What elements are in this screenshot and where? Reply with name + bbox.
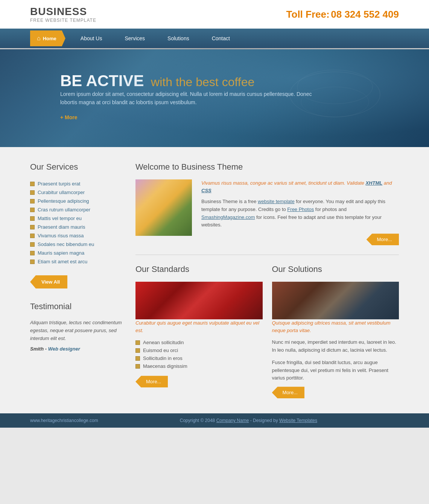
list-item: Cras rutrum ullamcorper — [30, 205, 124, 214]
standards-section: Our Standards Curabitur quis augue eget … — [135, 264, 263, 398]
right-column: Welcome to Business Theme Vivamus risus … — [135, 162, 399, 398]
hero-banner: BE ACTIVE with the best coffee Lorem ips… — [0, 49, 429, 147]
nav-contact[interactable]: Contact — [201, 29, 241, 48]
xhtml-link[interactable]: XHTML — [365, 180, 382, 186]
list-item: Praesent diam mauris — [30, 223, 124, 231]
welcome-body: Business Theme is a free website templat… — [201, 198, 399, 229]
standards-more-btn-container: More... — [135, 376, 263, 387]
standards-more-button[interactable]: More... — [135, 376, 168, 387]
nav-services[interactable]: Services — [113, 29, 156, 48]
home-button[interactable]: ⌂ Home — [30, 30, 65, 46]
nav-solutions[interactable]: Solutions — [156, 29, 201, 48]
css-link[interactable]: CSS — [201, 188, 211, 193]
copyright-text: Copyright © 2048 — [180, 418, 215, 423]
welcome-text: Vivamus risus massa, congue ac varius si… — [201, 179, 399, 245]
list-item: Euismod eu orci — [135, 346, 263, 354]
hero-description: Lorem ipsum dolor sit amet, consectetur … — [60, 90, 316, 107]
solutions-image — [272, 282, 399, 319]
hero-title-gold: with the best coffee — [151, 75, 254, 89]
main-content: Our Services Praesent turpis erat Curabi… — [0, 147, 429, 413]
nav-about[interactable]: About Us — [69, 29, 114, 48]
list-item: Mattis vel tempor eu — [30, 214, 124, 223]
list-item: Etiam sit amet est arcu — [30, 257, 124, 266]
website-template-link[interactable]: website template — [258, 199, 295, 204]
testimonial-text: Aliquam tristique, lectus nec condimentu… — [30, 319, 124, 342]
testimonial-section: Testimonial Aliquam tristique, lectus ne… — [30, 302, 124, 352]
logo-subtitle: FREE WEBSITE TEMPLATE — [30, 18, 96, 23]
solutions-title: Our Solutions — [272, 264, 399, 274]
testimonial-author: Smith - Web designer — [30, 346, 124, 352]
standards-italic: Curabitur quis augue eget mauris vulputa… — [135, 319, 263, 334]
hero-title-white: BE ACTIVE — [60, 72, 144, 90]
toll-free-number: 08 324 552 409 — [331, 9, 399, 20]
solutions-italic: Quisque adipiscing ultrices massa, sit a… — [272, 319, 399, 334]
list-item: Sollicitudin in eros — [135, 354, 263, 362]
footer: www.heritagechristiancollege.com Copyrig… — [0, 413, 429, 428]
author-separator: - — [45, 346, 48, 352]
list-item: Vivamus risus massa — [30, 231, 124, 240]
standards-list: Aenean sollicitudin Euismod eu orci Soll… — [135, 339, 263, 370]
author-role[interactable]: Web designer — [48, 346, 80, 352]
welcome-more-button[interactable]: More... — [367, 234, 399, 245]
welcome-title: Welcome to Business Theme — [135, 162, 399, 172]
list-item: Sodales nec bibendum eu — [30, 240, 124, 249]
logo: BUSINESS FREE WEBSITE TEMPLATE — [30, 6, 96, 23]
hero-more-link[interactable]: + More — [60, 114, 369, 120]
solutions-more-button[interactable]: More... — [272, 387, 304, 398]
services-list: Praesent turpis erat Curabitur ullamcorp… — [30, 179, 124, 266]
welcome-italic: Vivamus risus massa, congue ac varius si… — [201, 179, 399, 194]
testimonial-title: Testimonial — [30, 302, 124, 311]
logo-title: BUSINESS — [30, 6, 96, 18]
welcome-content: Vivamus risus massa, congue ac varius si… — [135, 179, 399, 255]
home-icon: ⌂ — [37, 35, 41, 42]
footer-copyright: Copyright © 2048 Company Name - Designed… — [98, 418, 399, 423]
solutions-body1: Nunc mi neque, imperdiet sed interdum eu… — [272, 339, 399, 354]
list-item: Pellentesque adipiscing — [30, 197, 124, 205]
welcome-more-btn-container: More... — [201, 234, 399, 245]
solutions-body2: Fusce fringilla, dui sed blandit luctus,… — [272, 359, 399, 382]
smashing-link[interactable]: SmashingMagazine.com — [201, 214, 255, 220]
welcome-section: Welcome to Business Theme Vivamus risus … — [135, 162, 399, 255]
list-item: Aenean sollicitudin — [135, 339, 263, 346]
free-photos-link[interactable]: Free Photos — [287, 206, 314, 212]
flower-image — [135, 179, 192, 236]
toll-free: Toll Free: 08 324 552 409 — [286, 9, 399, 20]
home-label: Home — [43, 36, 56, 41]
solutions-section: Our Solutions Quisque adipiscing ultrice… — [272, 264, 399, 398]
list-item: Curabitur ullamcorper — [30, 188, 124, 197]
standards-image — [135, 282, 263, 319]
footer-url: www.heritagechristiancollege.com — [30, 418, 98, 423]
header: BUSINESS FREE WEBSITE TEMPLATE Toll Free… — [0, 0, 429, 29]
services-section: Our Services Praesent turpis erat Curabi… — [30, 162, 124, 288]
standards-title: Our Standards — [135, 264, 263, 274]
solutions-more-btn-container: More... — [272, 387, 399, 398]
nav-items: About Us Services Solutions Contact — [69, 29, 241, 48]
services-title: Our Services — [30, 162, 124, 172]
list-item: Mauris sapien magna — [30, 249, 124, 257]
left-column: Our Services Praesent turpis erat Curabi… — [30, 162, 124, 398]
list-item: Praesent turpis erat — [30, 179, 124, 188]
author-name: Smith — [30, 346, 44, 352]
view-all-button[interactable]: View All — [30, 275, 67, 288]
website-templates-link[interactable]: Website Templates — [279, 418, 317, 423]
company-name-link[interactable]: Company Name — [216, 418, 249, 423]
designed-by-text: - Designed by — [250, 418, 278, 423]
list-item: Maecenas dignissim — [135, 362, 263, 370]
bottom-sections: Our Standards Curabitur quis augue eget … — [135, 264, 399, 398]
toll-free-label: Toll Free: — [286, 9, 330, 20]
navigation: ⌂ Home About Us Services Solutions Conta… — [0, 29, 429, 48]
